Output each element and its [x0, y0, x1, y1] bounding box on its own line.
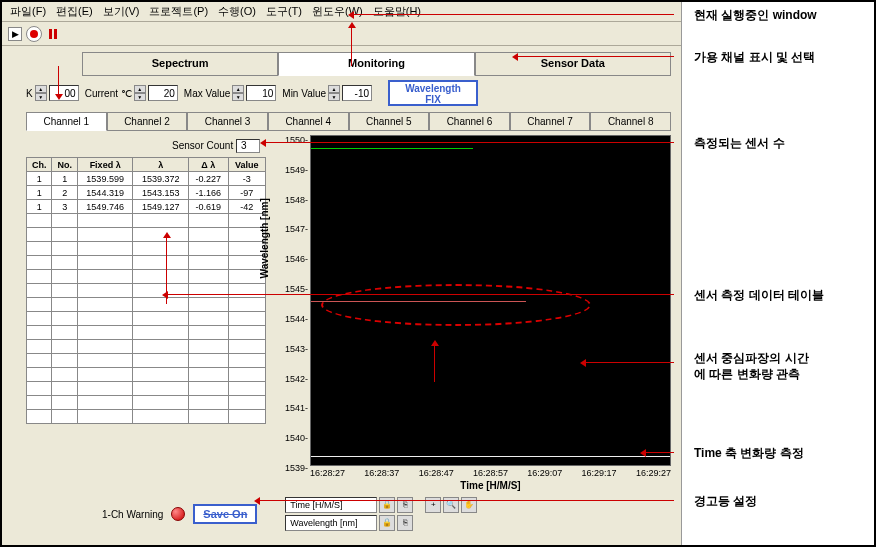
x-tick: 16:28:47 — [419, 468, 454, 478]
table-cell: 1544.319 — [77, 186, 133, 200]
menu-tools[interactable]: 도구(T) — [262, 2, 306, 21]
tab-channel-8[interactable]: Channel 8 — [590, 112, 671, 131]
record-icon[interactable] — [26, 26, 42, 42]
table-row — [27, 214, 266, 228]
wave-lock-icon[interactable]: 🔒 — [379, 515, 395, 531]
anno-current-window: 현재 실행중인 window — [694, 7, 817, 24]
x-tick: 16:28:57 — [473, 468, 508, 478]
table-cell: 1 — [27, 200, 52, 214]
table-cell — [188, 228, 228, 242]
x-tick: 16:29:27 — [636, 468, 671, 478]
table-cell: 1549.127 — [133, 200, 189, 214]
menu-view[interactable]: 보기(V) — [99, 2, 144, 21]
tab-monitoring[interactable]: Monitoring — [278, 52, 474, 76]
table-cell — [52, 396, 77, 410]
table-cell — [27, 284, 52, 298]
table-cell — [228, 284, 265, 298]
table-cell: -0.227 — [188, 172, 228, 186]
table-cell — [188, 214, 228, 228]
tab-channel-4[interactable]: Channel 4 — [268, 112, 349, 131]
table-cell: -3 — [228, 172, 265, 186]
table-cell — [133, 396, 189, 410]
current-input[interactable] — [148, 85, 178, 101]
table-cell — [77, 326, 133, 340]
table-cell — [52, 228, 77, 242]
max-spinner[interactable]: ▲▼ — [232, 85, 244, 101]
table-cell — [77, 214, 133, 228]
tab-channel-7[interactable]: Channel 7 — [510, 112, 591, 131]
menu-help[interactable]: 도움말(H) — [369, 2, 425, 21]
current-spinner[interactable]: ▲▼ — [134, 85, 146, 101]
table-cell — [27, 242, 52, 256]
x-tick: 16:28:27 — [310, 468, 345, 478]
menu-operate[interactable]: 수행(O) — [214, 2, 260, 21]
menu-bar: 파일(F) 편집(E) 보기(V) 프로젝트(P) 수행(O) 도구(T) 윈도… — [2, 2, 681, 22]
table-cell — [52, 368, 77, 382]
table-row — [27, 284, 266, 298]
tab-channel-2[interactable]: Channel 2 — [107, 112, 188, 131]
table-cell — [188, 368, 228, 382]
pause-icon[interactable] — [46, 27, 60, 41]
sensor-table-panel: Sensor Count 3 Ch. No. Fixed λ λ Δ λ Val… — [26, 135, 266, 491]
trace-sensor-1 — [311, 148, 473, 156]
tab-channel-6[interactable]: Channel 6 — [429, 112, 510, 131]
k-input[interactable] — [49, 85, 79, 101]
table-cell — [77, 228, 133, 242]
table-cell — [188, 270, 228, 284]
k-spinner[interactable]: ▲▼ — [35, 85, 47, 101]
table-cell — [228, 396, 265, 410]
table-row — [27, 410, 266, 424]
table-cell — [52, 410, 77, 424]
min-input[interactable] — [342, 85, 372, 101]
table-cell — [27, 340, 52, 354]
bottom-bar: 1-Ch Warning Save On Time [H/M/S] 🔒 ⎘ Wa… — [2, 491, 681, 531]
menu-file[interactable]: 파일(F) — [6, 2, 50, 21]
min-spinner[interactable]: ▲▼ — [328, 85, 340, 101]
anno-arrow-window — [351, 24, 352, 66]
wave-axis-field[interactable]: Wavelength [nm] — [285, 515, 377, 531]
max-input[interactable] — [246, 85, 276, 101]
table-cell: 1 — [27, 172, 52, 186]
table-cell — [228, 410, 265, 424]
table-cell — [188, 326, 228, 340]
table-cell — [77, 312, 133, 326]
run-icon[interactable]: ▶ — [8, 27, 22, 41]
table-cell — [77, 368, 133, 382]
table-cell: 1543.153 — [133, 186, 189, 200]
table-cell: -0.619 — [188, 200, 228, 214]
tab-spectrum[interactable]: Sepectrum — [82, 52, 278, 76]
table-cell — [188, 284, 228, 298]
menu-project[interactable]: 프로젝트(P) — [145, 2, 212, 21]
y-tick: 1547- — [285, 224, 308, 234]
tab-channel-3[interactable]: Channel 3 — [187, 112, 268, 131]
tab-channel-5[interactable]: Channel 5 — [349, 112, 430, 131]
anno-arrow-channel — [58, 66, 59, 94]
table-cell — [188, 340, 228, 354]
th-lambda: λ — [133, 158, 189, 172]
table-cell: 2 — [52, 186, 77, 200]
menu-edit[interactable]: 편집(E) — [52, 2, 97, 21]
table-row — [27, 368, 266, 382]
th-value: Value — [228, 158, 265, 172]
y-tick: 1543- — [285, 344, 308, 354]
th-no: No. — [52, 158, 77, 172]
wave-scale-icon[interactable]: ⎘ — [397, 515, 413, 531]
arrow-a4 — [164, 294, 674, 295]
table-cell — [52, 242, 77, 256]
tab-channel-1[interactable]: Channel 1 — [26, 112, 107, 131]
menu-window[interactable]: 윈도우(W) — [308, 2, 367, 21]
highlight-oval — [321, 284, 591, 326]
table-cell — [77, 298, 133, 312]
table-cell — [133, 326, 189, 340]
table-cell — [77, 242, 133, 256]
anno-wavelength-time-2: 에 따른 변화량 관측 — [694, 366, 800, 383]
table-cell — [52, 284, 77, 298]
warning-led-icon — [171, 507, 185, 521]
plot-area[interactable] — [310, 135, 671, 466]
table-cell — [188, 242, 228, 256]
wavelength-fix-button[interactable]: Wavelength FIX — [388, 80, 478, 106]
save-on-button[interactable]: Save On — [193, 504, 257, 524]
table-row — [27, 396, 266, 410]
y-tick: 1548- — [285, 195, 308, 205]
y-tick: 1550- — [285, 135, 308, 145]
